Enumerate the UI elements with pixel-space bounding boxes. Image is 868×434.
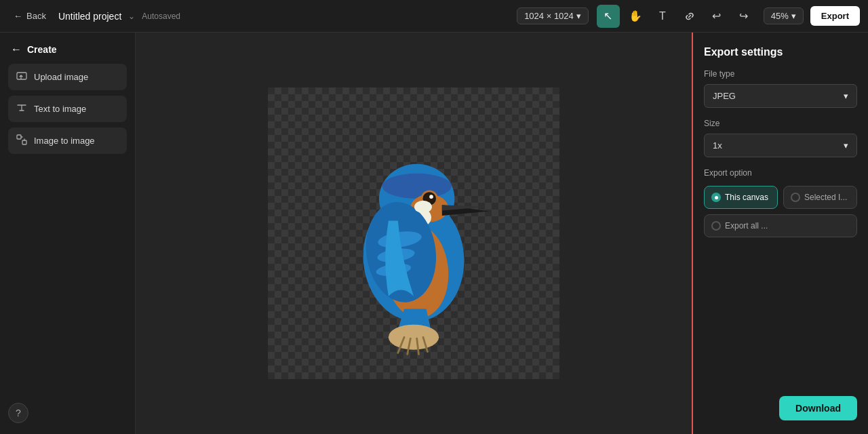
sidebar: ← Create Upload image Text to image (0, 33, 136, 434)
project-title[interactable]: Untitled project (58, 11, 121, 22)
export-button[interactable]: Export (810, 6, 860, 26)
main-area: ← Create Upload image Text to image (0, 33, 868, 434)
back-button[interactable]: ← Back (8, 8, 52, 24)
link-tool-button[interactable] (678, 5, 701, 28)
svg-rect-2 (22, 140, 26, 144)
export-all-option[interactable]: Export all ... (704, 214, 857, 237)
canvas-size-chevron: ▾ (576, 11, 581, 21)
svg-point-18 (414, 201, 432, 214)
canvas-image (268, 87, 559, 379)
zoom-level: 45% (771, 11, 789, 21)
file-type-group: File type JPEG ▾ (704, 69, 857, 108)
zoom-control[interactable]: 45% ▾ (764, 7, 804, 24)
svg-rect-1 (17, 135, 21, 139)
this-canvas-option[interactable]: This canvas (704, 186, 778, 209)
create-label: Create (27, 44, 57, 55)
size-chevron: ▾ (844, 140, 848, 151)
create-header: ← Create (8, 43, 127, 56)
sidebar-item-label: Text to image (34, 104, 86, 114)
sidebar-bottom: ? (8, 403, 127, 423)
svg-point-17 (389, 325, 439, 350)
undo-button[interactable]: ↩ (705, 5, 728, 28)
autosaved-status: Autosaved (142, 12, 180, 21)
this-canvas-label: This canvas (725, 193, 768, 202)
sidebar-item-text-to-image[interactable]: Text to image (8, 96, 127, 122)
svg-point-11 (429, 195, 433, 199)
svg-point-6 (382, 174, 452, 199)
size-value: 1x (713, 140, 722, 151)
export-option-label: Export option (704, 168, 857, 178)
help-icon: ? (16, 408, 21, 418)
redo-button[interactable]: ↪ (732, 5, 755, 28)
export-all-label: Export all ... (725, 221, 768, 231)
file-type-value: JPEG (713, 91, 736, 101)
this-canvas-radio (711, 193, 721, 202)
file-type-label: File type (704, 69, 857, 79)
size-group: Size 1x ▾ (704, 119, 857, 157)
toolbar-tools: ↖ ✋ T ↩ ↪ (597, 5, 755, 28)
text-tool-button[interactable]: T (651, 5, 674, 28)
file-type-select[interactable]: JPEG ▾ (704, 84, 857, 108)
topbar: ← Back Untitled project ⌄ Autosaved 1024… (0, 0, 868, 33)
select-tool-button[interactable]: ↖ (597, 5, 620, 28)
selected-label: Selected I... (804, 193, 847, 202)
file-type-chevron: ▾ (844, 91, 848, 101)
export-option-group: Export option This canvas Selected I... … (704, 168, 857, 237)
selected-option[interactable]: Selected I... (783, 186, 857, 209)
export-panel-title: Export settings (704, 46, 857, 58)
download-button[interactable]: Download (779, 396, 857, 420)
text-to-image-icon (16, 102, 27, 115)
export-all-radio (711, 221, 721, 231)
sidebar-item-upload-image[interactable]: Upload image (8, 64, 127, 90)
canvas-size-control[interactable]: 1024 × 1024 ▾ (517, 7, 589, 24)
help-button[interactable]: ? (8, 403, 28, 423)
size-label: Size (704, 119, 857, 128)
export-options: This canvas Selected I... Export all ... (704, 186, 857, 237)
canvas-size-label: 1024 × 1024 (524, 11, 574, 21)
canvas-container (268, 87, 559, 379)
size-select[interactable]: 1x ▾ (704, 134, 857, 157)
canvas-area[interactable] (136, 33, 692, 434)
zoom-chevron: ▾ (791, 11, 796, 21)
export-panel: Export settings File type JPEG ▾ Size 1x… (692, 33, 868, 434)
sidebar-item-label: Image to image (34, 136, 95, 146)
selected-radio (791, 193, 800, 202)
sidebar-item-label: Upload image (34, 72, 88, 82)
download-area: Download (704, 396, 857, 420)
chevron-icon[interactable]: ⌄ (128, 12, 135, 21)
hand-tool-button[interactable]: ✋ (624, 5, 647, 28)
upload-image-icon (16, 71, 27, 83)
image-to-image-icon (16, 134, 27, 147)
back-label: Back (26, 11, 46, 21)
bird-illustration (298, 101, 529, 366)
create-arrow-icon: ← (11, 43, 22, 56)
topbar-left: ← Back Untitled project ⌄ Autosaved 1024… (8, 7, 589, 24)
sidebar-item-image-to-image[interactable]: Image to image (8, 127, 127, 154)
back-icon: ← (14, 11, 22, 21)
topbar-right: 45% ▾ Export (764, 6, 860, 26)
